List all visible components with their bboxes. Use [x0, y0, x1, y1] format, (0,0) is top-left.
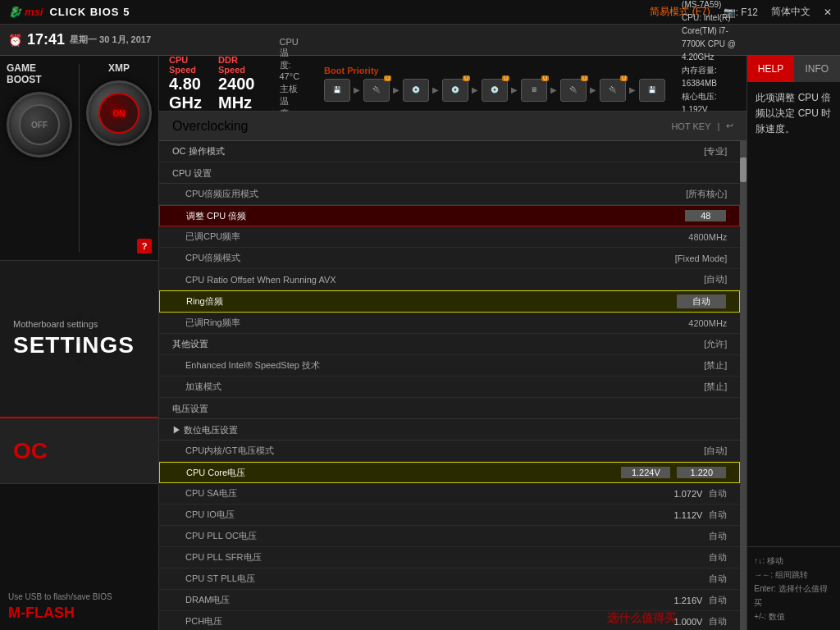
setting-extra-15: 1.224V	[621, 467, 670, 478]
info-tab[interactable]: INFO	[794, 56, 840, 82]
setting-value-22: 自动	[709, 615, 727, 628]
setting-row-21[interactable]: DRAM电压1.216V自动	[159, 590, 740, 611]
setting-row-9[interactable]: 其他设置[允许]	[159, 334, 740, 355]
setting-extra-21: 1.216V	[673, 596, 702, 605]
setting-value-15: 1.220	[677, 467, 726, 478]
boot-device-3[interactable]: 💿	[403, 79, 429, 102]
setting-row-0[interactable]: OC 操作模式[专业]	[159, 141, 740, 162]
scrollbar[interactable]	[740, 141, 746, 630]
cpu-info: CPU: Intel(R) Core(TM) i7-7700K CPU @ 4.…	[682, 11, 737, 64]
setting-row-4[interactable]: 已调CPU频率4800MHz	[159, 226, 740, 248]
close-button[interactable]: ✕	[824, 7, 832, 18]
boot-arrow-3: ▶	[432, 85, 439, 94]
boot-devices-list: 💾 ▶ 🔌U ▶ 💿 ▶ 💿U ▶ 💿U ▶ 🖥U ▶ 🔌U ▶ 🔌U ▶	[324, 79, 665, 102]
setting-value-2: [所有核心]	[686, 188, 727, 200]
boot-arrow-7: ▶	[590, 85, 596, 94]
language-selector[interactable]: 简体中文	[771, 5, 810, 19]
current-date: 星期一 30 1月, 2017	[70, 34, 151, 46]
top-bar-right: 简易模式 (F7) 📷: F12 简体中文 ✕	[650, 5, 832, 19]
setting-value-18: 自动	[709, 530, 727, 542]
setting-group-12: 电压设置	[159, 398, 740, 419]
settings-scroll-area: OC 操作模式[专业]CPU 设置CPU倍频应用模式[所有核心]调整 CPU 倍…	[159, 141, 746, 630]
setting-row-2[interactable]: CPU倍频应用模式[所有核心]	[159, 184, 740, 205]
top-bar-left: 🐉 msi CLICK BIOS 5	[8, 6, 130, 18]
help-icon[interactable]: ?	[137, 239, 152, 253]
main-area: GAME BOOST OFF XMP ON ? ⚙	[0, 56, 840, 630]
settings-table[interactable]: OC 操作模式[专业]CPU 设置CPU倍频应用模式[所有核心]调整 CPU 倍…	[159, 141, 740, 630]
game-boost-knob[interactable]: OFF	[7, 92, 72, 158]
right-panel: HELP INFO 此项调整 CPU 倍频以决定 CPU 时脉速度。 ↑↓: 移…	[746, 56, 840, 630]
help-content: 此项调整 CPU 倍频以决定 CPU 时脉速度。	[747, 82, 840, 546]
nav-hint-0: ↑↓: 移动	[754, 554, 833, 568]
ddr-speed-label: DDR Speed	[218, 55, 255, 75]
boot-device-5[interactable]: 💿U	[482, 79, 508, 102]
info-top-bar: CPU Speed 4.80 GHz DDR Speed 2400 MHz CP…	[159, 56, 746, 112]
back-icon[interactable]: ↩	[726, 121, 733, 131]
boot-arrow-4: ▶	[472, 85, 478, 94]
setting-row-17[interactable]: CPU IO电压1.112V自动	[159, 504, 740, 526]
setting-row-16[interactable]: CPU SA电压1.072V自动	[159, 483, 740, 504]
setting-name-10: Enhanced Intel® SpeedStep 技术	[172, 359, 320, 372]
left-sidebar: GAME BOOST OFF XMP ON ? ⚙	[0, 56, 159, 630]
setting-value-0: [专业]	[704, 145, 727, 158]
setting-row-10[interactable]: Enhanced Intel® SpeedStep 技术[禁止]	[159, 355, 740, 377]
dragon-icon: 🐉	[8, 6, 21, 18]
boot-device-9[interactable]: 💾	[639, 79, 665, 102]
bios-title: CLICK BIOS 5	[49, 6, 130, 18]
setting-row-14[interactable]: CPU内核/GT电压模式[自动]	[159, 441, 740, 462]
mb-info: MB: Z270 GAMING PRO (MS-7A59)	[682, 0, 737, 11]
setting-row-3[interactable]: 调整 CPU 倍频48	[159, 205, 740, 226]
hotkey-area: HOT KEY | ↩	[671, 121, 733, 131]
help-text: 此项调整 CPU 倍频以决定 CPU 时脉速度。	[756, 90, 832, 138]
nav-hint-2: Enter: 选择什么值得买	[754, 582, 833, 609]
setting-row-8[interactable]: 已调Ring频率4200MHz	[159, 313, 740, 334]
boot-device-4[interactable]: 💿U	[442, 79, 468, 102]
oc-header: Overclocking HOT KEY | ↩	[159, 112, 746, 141]
setting-name-8: 已调Ring频率	[172, 317, 240, 329]
bottom-left: Use USB to flash/save BIOS M-FLASH	[0, 484, 158, 630]
setting-name-3: 调整 CPU 倍频	[173, 210, 246, 222]
setting-group-13: ▶ 数位电压设置	[159, 419, 740, 441]
setting-row-5[interactable]: CPU倍频模式[Fixed Mode]	[159, 248, 740, 269]
setting-row-7[interactable]: Ring倍频自动	[159, 290, 740, 313]
boot-device-1[interactable]: 💾	[324, 79, 350, 102]
setting-name-22: PCH电压	[172, 615, 222, 628]
setting-extra-16: 1.072V	[673, 489, 702, 499]
setting-value-4: 4800MHz	[688, 232, 727, 242]
scrollbar-thumb	[740, 158, 746, 182]
boot-device-8[interactable]: 🔌U	[600, 79, 626, 102]
setting-name-7: Ring倍频	[173, 295, 223, 308]
setting-name-19: CPU PLL SFR电压	[172, 551, 262, 564]
mflash-label[interactable]: M-FLASH	[8, 605, 75, 622]
setting-name-18: CPU PLL OC电压	[172, 530, 257, 542]
setting-row-20[interactable]: CPU ST PLL电压自动	[159, 568, 740, 590]
xmp-knob[interactable]: ON	[86, 80, 152, 146]
xmp-section: XMP ON	[80, 56, 158, 260]
ddr-speed-value: 2400 MHz	[218, 75, 255, 112]
boot-device-6[interactable]: 🖥U	[521, 79, 547, 102]
oc-section[interactable]: OC	[0, 418, 158, 484]
setting-row-11[interactable]: 加速模式[禁止]	[159, 377, 740, 398]
setting-value-11: [禁止]	[704, 381, 727, 393]
setting-group-1: CPU 设置	[159, 162, 740, 184]
time-display: ⏰ 17:41 星期一 30 1月, 2017	[8, 31, 151, 48]
oc-label: OC	[13, 438, 48, 464]
hotkey-label: HOT KEY	[671, 121, 710, 131]
boot-arrow-6: ▶	[550, 85, 557, 94]
right-panel-tabs: HELP INFO	[747, 56, 840, 82]
xmp-label: XMP	[108, 62, 130, 74]
setting-name-21: DRAM电压	[172, 594, 230, 606]
help-tab[interactable]: HELP	[747, 56, 793, 82]
cpu-temp-label: CPU温度:	[280, 37, 299, 70]
setting-row-15[interactable]: CPU Core电压1.224V1.220	[159, 462, 740, 483]
setting-row-6[interactable]: CPU Ratio Offset When Running AVX[自动]	[159, 269, 740, 290]
setting-row-19[interactable]: CPU PLL SFR电压自动	[159, 547, 740, 568]
setting-row-18[interactable]: CPU PLL OC电压自动	[159, 526, 740, 547]
cpu-temp-value: 47°C	[280, 71, 300, 81]
boot-device-2[interactable]: 🔌U	[363, 79, 390, 102]
setting-name-14: CPU内核/GT电压模式	[172, 445, 274, 457]
setting-value-21: 自动	[709, 594, 727, 606]
boot-device-7[interactable]: 🔌U	[560, 79, 587, 102]
settings-section[interactable]: ⚙ Motherboard settings SETTINGS	[0, 261, 158, 418]
cpu-temp: CPU温度: 47°C	[280, 37, 300, 81]
